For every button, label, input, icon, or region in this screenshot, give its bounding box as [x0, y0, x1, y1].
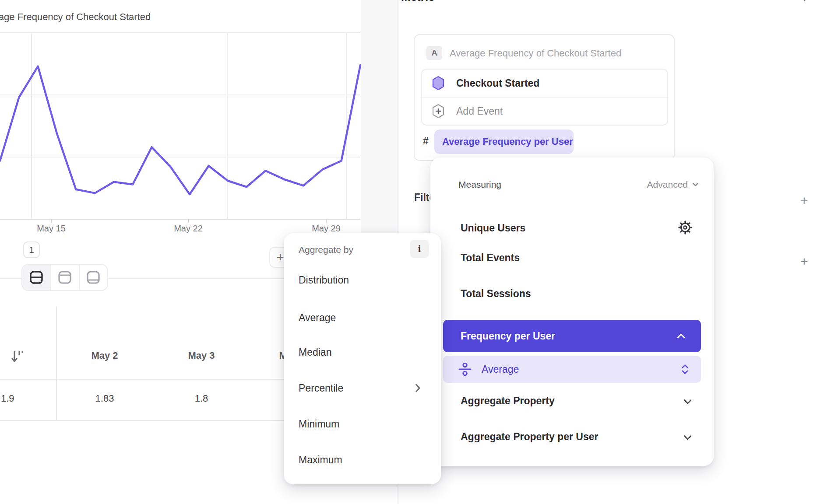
- menu-item-aggregate-property[interactable]: Aggregate Property: [461, 395, 555, 407]
- add-event-hexagon-icon: [432, 104, 445, 119]
- measuring-label: Measuring: [458, 179, 501, 190]
- table-header-may3[interactable]: May 3: [188, 350, 215, 361]
- measurement-label: Average Frequency per User: [442, 136, 573, 147]
- chart-page-button[interactable]: 1: [23, 242, 40, 258]
- table-header-may2[interactable]: May 2: [91, 350, 118, 361]
- table-frozen-column-divider: [56, 306, 57, 420]
- view-layout-toggle-group: [21, 264, 108, 291]
- toggle-split-horizontal[interactable]: [22, 265, 51, 290]
- toggle-chart-top[interactable]: [51, 265, 79, 290]
- menu-item-total-events[interactable]: Total Events: [461, 252, 520, 264]
- table-bottom-icon: [85, 270, 101, 285]
- frequency-aggregation-selector[interactable]: Average: [443, 356, 701, 383]
- add-breakdown-icon[interactable]: +: [800, 254, 808, 269]
- menu-item-frequency-per-user-selected[interactable]: Frequency per User: [443, 320, 701, 352]
- menu-item-unique-users[interactable]: Unique Users: [461, 222, 525, 234]
- event-row-checkout-started[interactable]: Checkout Started: [422, 70, 667, 97]
- chevron-right-icon: [415, 384, 420, 394]
- event-name: Checkout Started: [456, 77, 539, 89]
- average-divide-icon: [458, 362, 472, 376]
- add-event-label: Add Event: [456, 105, 503, 117]
- aggregate-by-label: Aggregate by: [299, 245, 353, 255]
- gear-glyph: [677, 220, 693, 235]
- menu-item-percentile[interactable]: Percentile: [299, 382, 343, 394]
- insights-report-page: Average Frequency of Checkout Started Ma…: [0, 0, 831, 504]
- x-axis-label-may15: May 15: [37, 224, 66, 234]
- aggregation-label: Average: [482, 364, 681, 375]
- chart-top-icon: [57, 270, 73, 285]
- table-cell-may3: 1.8: [195, 393, 208, 404]
- sort-descending-icon: [11, 349, 25, 364]
- menu-item-maximum[interactable]: Maximum: [299, 454, 342, 466]
- toggle-table-bottom[interactable]: [80, 265, 107, 290]
- up-down-selector-icon: [681, 364, 689, 374]
- event-hexagon-icon: [432, 76, 445, 91]
- menu-item-aggregate-property-per-user[interactable]: Aggregate Property per User: [461, 431, 598, 443]
- chart-line-series: [0, 65, 360, 194]
- measurement-dropdown-button[interactable]: Average Frequency per User: [434, 130, 574, 154]
- chevron-down-icon: [683, 398, 692, 406]
- frequency-line-chart: [0, 0, 398, 245]
- x-axis-label-may22: May 22: [174, 224, 203, 234]
- menu-item-average[interactable]: Average: [299, 312, 336, 324]
- metric-letter-badge: A: [426, 46, 442, 60]
- aggregate-by-dropdown-panel: Aggregate by i Distribution Average Medi…: [284, 233, 441, 484]
- x-axis-label-may29: May 29: [312, 224, 341, 234]
- metric-name-input[interactable]: Average Frequency of Checkout Started: [450, 48, 621, 59]
- metric-card: A Average Frequency of Checkout Started …: [414, 34, 675, 161]
- selected-item-label: Frequency per User: [461, 330, 677, 342]
- split-horizontal-icon: [28, 270, 44, 285]
- menu-item-total-sessions[interactable]: Total Sessions: [461, 288, 531, 300]
- info-icon[interactable]: i: [410, 240, 429, 258]
- metric-section-heading: Metric: [401, 0, 435, 4]
- event-list-card: Checkout Started Add Event: [421, 69, 668, 126]
- menu-item-median[interactable]: Median: [299, 346, 331, 358]
- gear-icon[interactable]: [677, 220, 693, 237]
- menu-item-minimum[interactable]: Minimum: [299, 418, 339, 430]
- chart-title: Average Frequency of Checkout Started: [0, 11, 151, 23]
- chevron-up-icon: [677, 333, 685, 339]
- add-metric-icon[interactable]: +: [801, 0, 808, 5]
- add-event-row[interactable]: Add Event: [422, 97, 667, 125]
- chevron-down-icon: [683, 434, 692, 442]
- sort-column-button[interactable]: [11, 349, 25, 366]
- advanced-toggle[interactable]: Advanced: [647, 179, 699, 190]
- table-cell-overall: 1.9: [1, 393, 14, 404]
- measuring-dropdown-panel: Measuring Advanced Unique Users: [430, 158, 714, 466]
- chevron-down-icon: [692, 182, 699, 187]
- advanced-label: Advanced: [647, 179, 688, 190]
- table-cell-may2: 1.83: [95, 393, 114, 404]
- menu-item-distribution[interactable]: Distribution: [299, 274, 349, 286]
- number-type-icon: #: [423, 135, 429, 147]
- add-filter-icon[interactable]: +: [800, 193, 808, 208]
